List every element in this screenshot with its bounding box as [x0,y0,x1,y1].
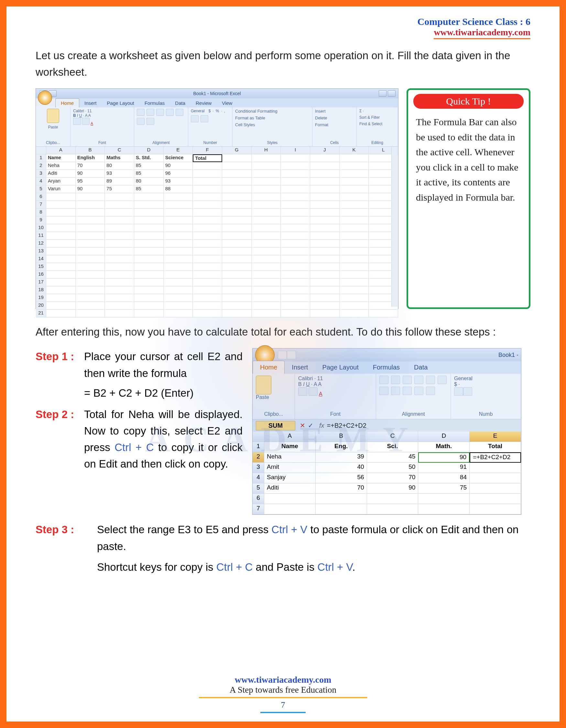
insert-cells[interactable]: Insert [315,109,326,114]
cell[interactable] [134,263,164,271]
cell[interactable] [470,504,521,514]
cell[interactable] [164,279,193,286]
orientation-icon[interactable] [426,387,435,395]
tab-pagelayout[interactable]: Page Layout [315,361,365,374]
cell[interactable] [76,201,105,209]
cell[interactable] [105,271,134,279]
cell[interactable]: 70 [76,162,105,170]
cell[interactable] [222,201,252,209]
cell[interactable] [310,201,339,209]
cell[interactable] [134,193,164,201]
cell[interactable] [310,240,339,248]
cell[interactable] [46,224,76,232]
tab-formulas[interactable]: Formulas [139,99,170,107]
cell[interactable]: 16 [36,271,46,279]
cell[interactable] [76,294,105,302]
cell[interactable] [222,294,252,302]
fill-icon[interactable] [82,118,90,125]
cell[interactable] [281,255,310,263]
tab-home[interactable]: Home [55,98,79,107]
cell[interactable] [164,193,193,201]
border-icon[interactable] [73,118,81,125]
cell[interactable] [470,494,521,504]
cell[interactable] [310,232,339,240]
cell[interactable]: 11 [36,232,46,240]
indent-inc-icon[interactable] [414,387,423,395]
cell[interactable]: 90 [76,170,105,178]
cell[interactable] [76,255,105,263]
align-left-icon[interactable] [379,376,388,384]
cell[interactable]: Maths [105,154,134,162]
cell[interactable] [164,302,193,310]
cell[interactable] [76,216,105,224]
cell[interactable]: 6 [36,193,46,201]
cell[interactable] [310,170,339,178]
cell[interactable] [281,310,310,317]
cell[interactable] [134,286,164,294]
cell[interactable] [222,263,252,271]
cell[interactable] [46,279,76,286]
cell[interactable]: Aditi [264,483,316,494]
cell[interactable] [252,193,281,201]
cell[interactable] [193,310,222,317]
cell[interactable]: 90 [418,452,470,463]
cell[interactable] [310,263,339,271]
align-right-icon[interactable] [156,109,164,116]
cell[interactable] [46,302,76,310]
cell[interactable] [252,224,281,232]
autosum-icon[interactable]: Σ · [359,109,364,113]
cell[interactable] [105,224,134,232]
cell[interactable]: A [46,147,76,154]
cell[interactable] [252,178,281,185]
cell[interactable] [281,294,310,302]
cell[interactable] [105,201,134,209]
cell[interactable] [252,279,281,286]
cell[interactable] [264,494,316,504]
cell[interactable] [76,271,105,279]
cell[interactable] [76,248,105,255]
cell[interactable] [339,154,369,162]
cell[interactable] [281,216,310,224]
cell[interactable] [281,271,310,279]
cell[interactable] [310,193,339,201]
cell[interactable] [222,185,252,193]
tab-pagelayout[interactable]: Page Layout [102,99,139,107]
cell[interactable]: 96 [164,170,193,178]
cell[interactable]: 40 [316,463,367,473]
cell[interactable] [193,263,222,271]
cell[interactable] [134,209,164,216]
cell[interactable]: 17 [36,279,46,286]
cell[interactable] [222,286,252,294]
cell[interactable] [164,201,193,209]
cell[interactable]: 8 [36,209,46,216]
cell[interactable]: Aryan [46,178,76,185]
cell[interactable] [310,209,339,216]
cell[interactable] [310,279,339,286]
cell[interactable] [252,209,281,216]
cell[interactable] [339,302,369,310]
cell[interactable] [164,286,193,294]
bold-button[interactable]: B [73,113,76,118]
cell[interactable] [105,302,134,310]
indent-dec-icon[interactable] [403,387,412,395]
cell[interactable]: A [264,432,316,442]
cell[interactable] [76,279,105,286]
tab-home[interactable]: Home [253,361,284,374]
number-format[interactable]: General [191,109,205,113]
align-center-icon[interactable] [147,109,154,116]
cell[interactable]: 7 [253,504,264,514]
cell[interactable] [134,279,164,286]
cell[interactable] [193,240,222,248]
cell[interactable]: D [418,432,470,442]
cell[interactable]: E [470,432,521,442]
cell[interactable] [193,193,222,201]
cell[interactable]: 85 [134,185,164,193]
cell[interactable] [193,286,222,294]
cell[interactable]: Name [264,442,316,452]
cell[interactable] [105,216,134,224]
cell[interactable] [310,294,339,302]
cell[interactable] [134,232,164,240]
cell[interactable] [310,255,339,263]
cell[interactable] [46,263,76,271]
cell[interactable]: K [339,147,369,154]
